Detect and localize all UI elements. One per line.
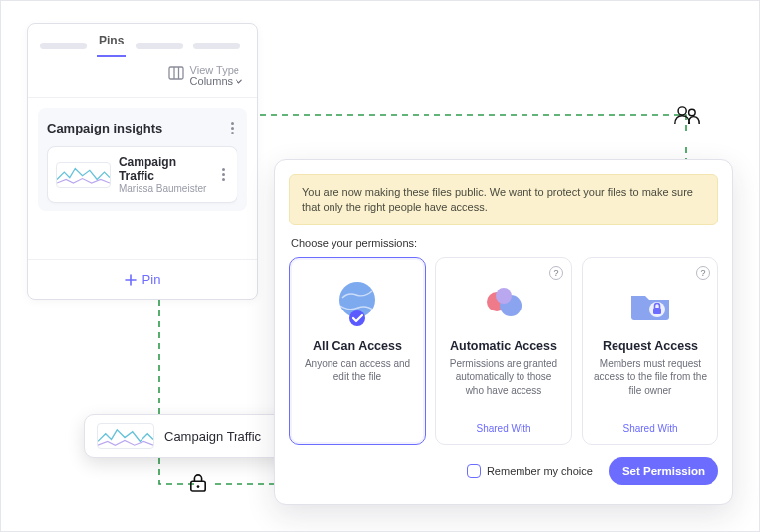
pin-item[interactable]: Campaign Traffic Marissa Baumeister xyxy=(48,146,238,203)
app-canvas: Pins View Type Columns Campaign insights xyxy=(0,0,760,532)
option-title: All Can Access xyxy=(313,339,402,353)
insights-card: Campaign insights Campaign Traffic Maris… xyxy=(38,108,247,211)
option-desc: Anyone can access and edit the file xyxy=(300,357,415,384)
chevron-down-icon xyxy=(235,77,243,86)
svg-point-0 xyxy=(678,107,686,115)
globe-icon xyxy=(331,276,384,329)
plus-icon xyxy=(125,274,137,286)
tab-placeholder[interactable] xyxy=(136,43,183,49)
permissions-modal: You are now making these files public. W… xyxy=(274,159,733,505)
more-menu-button[interactable] xyxy=(227,118,238,138)
tab-placeholder[interactable] xyxy=(40,43,87,49)
chart-thumbnail-icon xyxy=(56,162,111,188)
option-request-access[interactable]: ? Request Access Members must request ac… xyxy=(582,257,718,445)
folder-lock-icon xyxy=(623,276,677,329)
pin-button-label: Pin xyxy=(142,272,161,287)
help-icon[interactable]: ? xyxy=(549,266,563,280)
svg-point-8 xyxy=(349,310,365,326)
svg-point-11 xyxy=(496,288,512,304)
remember-checkbox[interactable]: Remember my choice xyxy=(467,464,593,478)
lock-icon xyxy=(189,472,207,493)
set-permission-button[interactable]: Set Permission xyxy=(609,457,718,485)
help-icon[interactable]: ? xyxy=(696,266,710,280)
pin-item-title: Campaign Traffic xyxy=(119,155,210,183)
insights-title: Campaign insights xyxy=(48,121,162,135)
pin-button[interactable]: Pin xyxy=(125,272,161,287)
option-title: Request Access xyxy=(603,339,698,353)
pin-button-row: Pin xyxy=(28,259,257,299)
choose-permissions-label: Choose your permissions: xyxy=(291,237,716,249)
option-desc: Permissions are granted automatically to… xyxy=(446,357,561,398)
option-desc: Members must request access to the file … xyxy=(593,357,708,398)
dragged-pin-label: Campaign Traffic xyxy=(164,429,261,444)
remember-label: Remember my choice xyxy=(487,465,593,477)
warning-banner: You are now making these files public. W… xyxy=(289,174,718,225)
svg-point-1 xyxy=(689,109,696,116)
columns-icon xyxy=(168,65,184,81)
people-icon xyxy=(674,104,700,126)
option-all-can-access[interactable]: All Can Access Anyone can access and edi… xyxy=(289,257,426,445)
team-icon xyxy=(477,276,530,329)
permission-options: All Can Access Anyone can access and edi… xyxy=(289,257,718,445)
shared-with-link[interactable]: Shared With xyxy=(476,413,530,434)
pins-panel: Pins View Type Columns Campaign insights xyxy=(27,23,258,300)
shared-with-link[interactable]: Shared With xyxy=(622,413,677,434)
checkbox-icon xyxy=(467,464,481,478)
option-automatic-access[interactable]: ? Automatic Access Permissions are grant… xyxy=(435,257,572,445)
svg-rect-4 xyxy=(169,67,183,79)
view-type-selector[interactable]: View Type Columns xyxy=(28,57,257,98)
view-type-value: Columns xyxy=(190,76,233,87)
tab-placeholder[interactable] xyxy=(193,43,240,49)
pin-item-author: Marissa Baumeister xyxy=(119,183,210,194)
pins-tabs: Pins xyxy=(28,24,257,57)
chart-thumbnail-icon xyxy=(97,423,154,449)
tab-pins[interactable]: Pins xyxy=(97,34,126,57)
svg-point-3 xyxy=(197,485,200,488)
option-title: Automatic Access xyxy=(450,339,557,353)
modal-footer: Remember my choice Set Permission xyxy=(289,457,718,485)
more-menu-button[interactable] xyxy=(218,164,229,185)
svg-rect-13 xyxy=(653,308,661,314)
